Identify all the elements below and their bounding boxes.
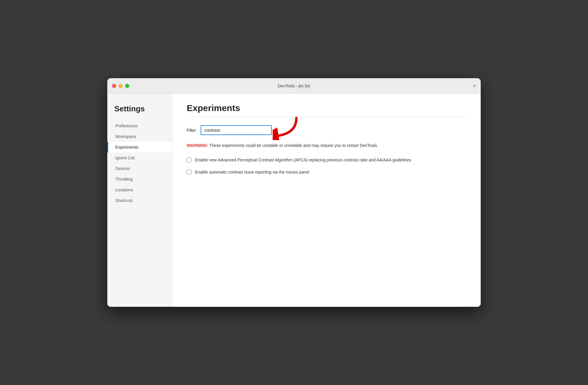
checkbox-item-auto-contrast: Enable automatic contrast issue reportin… <box>187 169 466 175</box>
sidebar-item-devices[interactable]: Devices <box>107 163 172 174</box>
checkbox-auto-contrast-label: Enable automatic contrast issue reportin… <box>195 169 309 175</box>
warning-label: WARNING: <box>187 143 208 148</box>
checkbox-auto-contrast[interactable] <box>187 170 191 174</box>
warning-box: WARNING: These experiments could be unst… <box>187 142 466 149</box>
warning-text: WARNING: These experiments could be unst… <box>187 142 466 149</box>
sidebar-item-preferences[interactable]: Preferences <box>107 121 172 131</box>
sidebar-item-workspace[interactable]: Workspace <box>107 131 172 142</box>
sidebar-item-experiments[interactable]: Experiments <box>107 142 172 153</box>
filter-label: Filter <box>187 128 196 133</box>
sidebar-item-ignore-list[interactable]: Ignore List <box>107 153 172 163</box>
filter-input[interactable] <box>201 125 272 135</box>
content-area: Settings Preferences Workspace Experimen… <box>107 94 481 307</box>
main-content: Experiments Filter <box>172 94 481 307</box>
maximize-button[interactable] <box>125 84 129 88</box>
filter-row: Filter <box>187 125 466 135</box>
checkbox-apca-label: Enable new Advanced Perceptual Contrast … <box>195 157 411 163</box>
sidebar-item-throttling[interactable]: Throttling <box>107 174 172 185</box>
checkbox-apca[interactable] <box>187 158 191 162</box>
sidebar-item-locations[interactable]: Locations <box>107 185 172 195</box>
minimize-button[interactable] <box>119 84 123 88</box>
sidebar: Settings Preferences Workspace Experimen… <box>107 94 172 307</box>
traffic-lights <box>112 84 129 88</box>
checkbox-item-apca: Enable new Advanced Perceptual Contrast … <box>187 157 466 163</box>
close-button[interactable] <box>112 84 116 88</box>
sidebar-item-shortcuts[interactable]: Shortcuts <box>107 195 172 206</box>
devtools-window: DevTools - jec.fyi/ × Settings Preferenc… <box>107 78 481 307</box>
close-x-button[interactable]: × <box>473 83 476 89</box>
page-title: Experiments <box>187 103 466 113</box>
divider <box>187 117 466 117</box>
sidebar-heading: Settings <box>107 100 172 121</box>
window-title: DevTools - jec.fyi/ <box>278 84 310 88</box>
titlebar: DevTools - jec.fyi/ × <box>107 78 481 94</box>
